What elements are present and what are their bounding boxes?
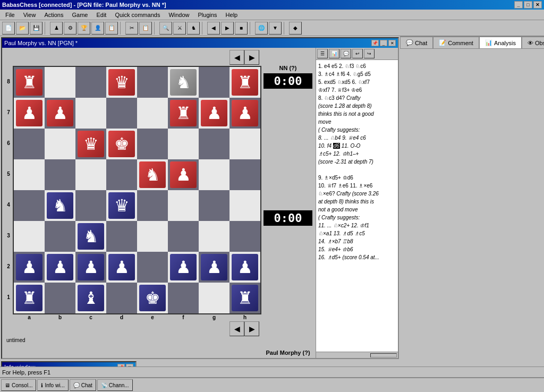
piece-b4[interactable]: ♞: [47, 192, 73, 219]
piece-g2[interactable]: ♟: [201, 254, 227, 280]
title-controls[interactable]: _ □ ✕: [514, 1, 542, 8]
cell-e2[interactable]: [137, 252, 168, 283]
nav-bot-prev[interactable]: ◀: [230, 321, 244, 336]
toolbar-settings[interactable]: ▼: [269, 22, 282, 35]
menu-window[interactable]: Window: [164, 11, 193, 19]
piece-b7[interactable]: ♟: [47, 100, 73, 126]
cell-b1[interactable]: [45, 283, 75, 313]
piece-c6[interactable]: ♛: [78, 131, 104, 157]
cell-d3[interactable]: [106, 221, 137, 252]
toolbar-save[interactable]: 💾: [30, 22, 42, 35]
notation-scrollbar[interactable]: [370, 353, 397, 357]
notation-btn-redo[interactable]: ↪: [364, 49, 375, 58]
menu-edit[interactable]: Edit: [92, 11, 110, 19]
cell-f2[interactable]: ♟: [168, 252, 199, 283]
piece-h2[interactable]: ♟: [232, 254, 258, 280]
piece-a1[interactable]: ♜: [16, 285, 42, 311]
cell-e4[interactable]: [137, 190, 168, 221]
cell-e7[interactable]: [137, 98, 168, 129]
cell-d8[interactable]: ♛: [106, 67, 137, 98]
cell-h3[interactable]: [230, 221, 260, 252]
toolbar-btn6[interactable]: ✂: [125, 22, 138, 35]
toolbar-back[interactable]: ◀: [207, 22, 220, 35]
taskbar-channels[interactable]: 📡 Chann...: [97, 379, 133, 391]
cell-g6[interactable]: [199, 129, 230, 159]
cell-a6[interactable]: [14, 129, 45, 159]
cell-a1[interactable]: ♜: [14, 283, 45, 313]
toolbar-btn2[interactable]: ⚙: [64, 22, 76, 35]
piece-d4[interactable]: ♛: [108, 192, 135, 219]
close-button[interactable]: ✕: [533, 1, 542, 8]
menu-actions[interactable]: Actions: [40, 11, 67, 19]
cell-f5[interactable]: ♟: [168, 159, 199, 190]
cell-h6[interactable]: [230, 129, 260, 159]
notation-btn-comment[interactable]: 💬: [341, 49, 351, 58]
cell-b5[interactable]: [45, 159, 75, 190]
toolbar-btn1[interactable]: ♟: [50, 22, 63, 35]
cell-f8[interactable]: ♞: [168, 67, 199, 98]
cell-g4[interactable]: [199, 190, 230, 221]
cell-h4[interactable]: [230, 190, 260, 221]
piece-e1[interactable]: ♚: [139, 285, 166, 311]
piece-f2[interactable]: ♟: [170, 254, 197, 280]
tab-observers[interactable]: 👁 Observers: [522, 37, 544, 49]
minimize-button[interactable]: _: [514, 1, 523, 8]
piece-f7[interactable]: ♜: [170, 100, 197, 126]
game-window-controls[interactable]: 📌 _ ✕: [371, 40, 396, 46]
cell-b4[interactable]: ♞: [45, 190, 75, 221]
taskbar-chat[interactable]: 💬 Chat: [70, 379, 96, 391]
piece-f5[interactable]: ♟: [170, 161, 197, 188]
taskbar-info[interactable]: ℹ Info wi...: [37, 379, 68, 391]
cell-a3[interactable]: [14, 221, 45, 252]
cell-b6[interactable]: [45, 129, 75, 159]
piece-c1[interactable]: ♝: [78, 285, 104, 311]
cell-g1[interactable]: [199, 283, 230, 313]
cell-h1[interactable]: ♜: [230, 283, 260, 313]
piece-a2[interactable]: ♟: [16, 254, 42, 280]
nav-bot-next[interactable]: ▶: [244, 321, 259, 336]
piece-d8[interactable]: ♛: [108, 69, 135, 96]
cell-g3[interactable]: [199, 221, 230, 252]
toolbar-new[interactable]: 📄: [2, 22, 15, 35]
taskbar-console[interactable]: 🖥 Consol...: [1, 379, 36, 391]
cell-e6[interactable]: [137, 129, 168, 159]
cell-c4[interactable]: [75, 190, 106, 221]
toolbar-seek[interactable]: 🔍: [159, 22, 172, 35]
notation-btn-list[interactable]: ☰: [317, 49, 328, 58]
cell-a8[interactable]: ♜: [14, 67, 45, 98]
cell-f1[interactable]: [168, 283, 199, 313]
cell-b7[interactable]: ♟: [45, 98, 75, 129]
game-close-button[interactable]: ✕: [388, 40, 396, 46]
chess-board[interactable]: ♜ ♛ ♞ ♜ ♟ ♟: [13, 66, 261, 314]
menu-help[interactable]: Help: [222, 11, 242, 19]
cell-h7[interactable]: ♟: [230, 98, 260, 129]
piece-c3[interactable]: ♞: [78, 223, 104, 250]
piece-g7[interactable]: ♟: [201, 100, 227, 126]
cell-b8[interactable]: [45, 67, 75, 98]
cell-c5[interactable]: [75, 159, 106, 190]
cell-e1[interactable]: ♚: [137, 283, 168, 313]
toolbar-btn5[interactable]: 📋: [105, 22, 118, 35]
toolbar-forward[interactable]: ▶: [221, 22, 234, 35]
cell-d5[interactable]: [106, 159, 137, 190]
piece-d6[interactable]: ♚: [108, 131, 135, 157]
cell-c7[interactable]: [75, 98, 106, 129]
cell-d6[interactable]: ♚: [106, 129, 137, 159]
cell-b3[interactable]: [45, 221, 75, 252]
cell-a2[interactable]: ♟: [14, 252, 45, 283]
cell-f4[interactable]: [168, 190, 199, 221]
cell-e8[interactable]: [137, 67, 168, 98]
piece-h7[interactable]: ♟: [232, 100, 258, 126]
toolbar-board[interactable]: ♞: [187, 22, 200, 35]
cell-g5[interactable]: [199, 159, 230, 190]
cell-a5[interactable]: [14, 159, 45, 190]
cell-e3[interactable]: [137, 221, 168, 252]
cell-f3[interactable]: [168, 221, 199, 252]
cell-h5[interactable]: [230, 159, 260, 190]
toolbar-match[interactable]: ⚔: [173, 22, 186, 35]
piece-h8[interactable]: ♜: [232, 69, 258, 96]
cell-c6[interactable]: ♛: [75, 129, 106, 159]
tab-chat[interactable]: 💬 Chat: [400, 37, 433, 49]
toolbar-btn7[interactable]: 📋: [139, 22, 152, 35]
nav-top-prev[interactable]: ◀: [230, 50, 244, 65]
